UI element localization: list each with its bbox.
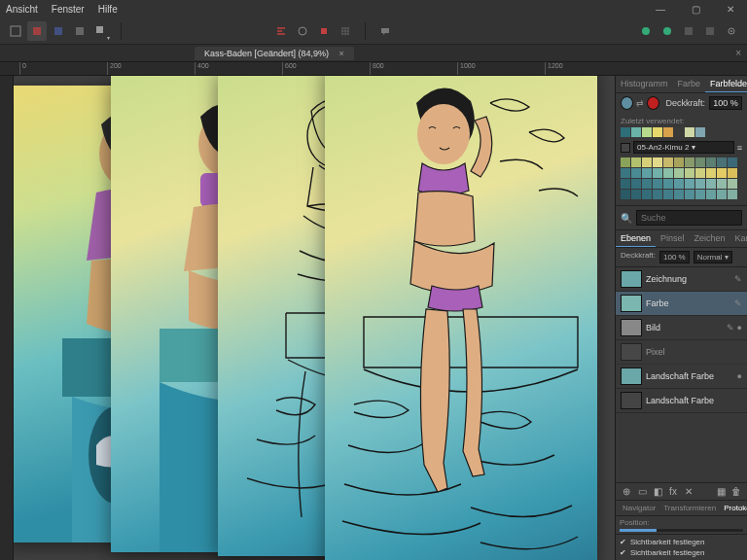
swatch[interactable]	[621, 158, 630, 167]
layer-toolbar-icon[interactable]: ▭	[635, 486, 649, 497]
opacity-input[interactable]	[709, 96, 742, 110]
recent-swatch[interactable]	[653, 127, 662, 137]
swatch[interactable]	[653, 168, 662, 178]
swatch[interactable]	[663, 179, 673, 189]
swatch[interactable]	[653, 179, 662, 189]
tab-pinsel[interactable]: Pinsel	[656, 230, 690, 247]
align-center-icon[interactable]	[293, 21, 312, 41]
layer-toolbar-icon[interactable]: fx	[666, 486, 680, 497]
layer-item[interactable]: Landschaft Farbe●	[616, 365, 747, 389]
swatch[interactable]	[706, 168, 716, 178]
recent-swatch[interactable]	[663, 127, 673, 137]
swatch[interactable]	[717, 158, 727, 167]
layer-toolbar-icon[interactable]: ✕	[682, 486, 695, 497]
layer-item[interactable]: Pixel	[616, 340, 747, 365]
tab-farbe[interactable]: Farbe	[673, 76, 706, 92]
swatch[interactable]	[631, 190, 641, 199]
layer-action-icon[interactable]: ✎	[734, 274, 742, 284]
recent-swatch[interactable]	[674, 127, 684, 137]
recent-swatch[interactable]	[685, 127, 694, 137]
gear-icon[interactable]	[722, 21, 741, 41]
palette-icon[interactable]	[6, 21, 25, 41]
swatch[interactable]	[728, 158, 737, 167]
chat-icon[interactable]	[375, 21, 395, 41]
tab-farbfelder[interactable]: Farbfelder	[705, 76, 747, 92]
swatch[interactable]	[674, 179, 684, 189]
r4-icon[interactable]	[700, 21, 720, 41]
window-max-button[interactable]: ▢	[685, 4, 706, 15]
swatch[interactable]	[685, 190, 694, 199]
swatch[interactable]	[663, 190, 673, 199]
palette-select[interactable]: 05-An2-Kimu 2 ▾	[633, 141, 734, 154]
layer-item[interactable]: Farbe✎	[616, 292, 747, 316]
layer-toolbar-icon[interactable]: 🗑	[729, 486, 743, 497]
swatch[interactable]	[642, 179, 652, 189]
box-icon[interactable]	[70, 21, 89, 41]
ruler-vertical[interactable]	[0, 76, 14, 560]
menu-hilfe[interactable]: Hilfe	[98, 4, 118, 15]
layer-item[interactable]: Zeichnung✎	[616, 267, 747, 292]
r2-icon[interactable]	[658, 21, 677, 41]
swatch[interactable]	[621, 190, 630, 199]
recent-swatch[interactable]	[631, 127, 641, 137]
layer-toolbar-icon[interactable]: ▦	[714, 486, 728, 497]
swatch[interactable]	[685, 158, 694, 167]
recent-swatch[interactable]	[695, 127, 705, 137]
tab-zeichen[interactable]: Zeichen	[690, 230, 730, 247]
swatch[interactable]	[674, 158, 684, 167]
layer-toolbar-icon[interactable]: ⊕	[620, 486, 633, 497]
tab-histogramm[interactable]: Histogramm	[616, 76, 673, 92]
swatch[interactable]	[728, 190, 737, 199]
window-close-button[interactable]: ✕	[720, 4, 741, 15]
layer-action-icon[interactable]: ●	[737, 371, 742, 381]
tab-close-all-icon[interactable]: ×	[729, 48, 747, 58]
swatch[interactable]	[653, 190, 662, 199]
tab-ebenen[interactable]: Ebenen	[616, 230, 656, 247]
swatch[interactable]	[728, 168, 737, 178]
swatch[interactable]	[728, 179, 737, 189]
history-item[interactable]: ✔Sichtbarkeit festlegen	[620, 537, 743, 547]
layer-toolbar-icon[interactable]: ◧	[651, 486, 664, 497]
ruler-horizontal[interactable]: 020040060080010001200	[0, 62, 747, 76]
layer-action-icon[interactable]: ●	[737, 323, 742, 332]
swatch[interactable]	[695, 168, 705, 178]
swatch[interactable]	[642, 158, 652, 167]
menu-ansicht[interactable]: Ansicht	[6, 4, 38, 15]
warn-color-icon[interactable]	[647, 96, 659, 110]
swatch[interactable]	[717, 179, 727, 189]
layer-opacity-value[interactable]: 100 %	[659, 251, 690, 263]
swatch[interactable]	[621, 168, 630, 178]
align-left-icon[interactable]	[271, 21, 291, 41]
menu-fenster[interactable]: Fenster	[52, 4, 85, 15]
align-right-icon[interactable]	[314, 21, 334, 41]
dropdown-icon[interactable]: ▾	[91, 21, 111, 41]
r3-icon[interactable]	[679, 21, 698, 41]
layer-item[interactable]: Landschaft Farbe	[616, 389, 747, 413]
layer-action-icon[interactable]: ✎	[734, 298, 742, 308]
layer-action-icon[interactable]: ✎	[727, 323, 734, 332]
tab-navigator[interactable]: Navigator	[620, 503, 658, 513]
swatch[interactable]	[706, 179, 716, 189]
palette-menu-icon[interactable]: ≡	[737, 143, 742, 153]
close-tab-icon[interactable]: ×	[339, 49, 344, 58]
tab-protokoll[interactable]: Protokoll	[721, 503, 747, 513]
swatch[interactable]	[674, 168, 684, 178]
r1-icon[interactable]	[636, 21, 656, 41]
swatch[interactable]	[695, 158, 705, 167]
swatch[interactable]	[685, 168, 694, 178]
swatch[interactable]	[621, 179, 630, 189]
layer-item[interactable]: Bild✎●	[616, 316, 747, 340]
canvas-area[interactable]	[14, 76, 615, 560]
tab-kanaele[interactable]: Kanäle	[730, 230, 747, 247]
swatch[interactable]	[674, 190, 684, 199]
swatch[interactable]	[717, 190, 727, 199]
grid-icon[interactable]	[336, 21, 355, 41]
swatch[interactable]	[653, 158, 662, 167]
swatch[interactable]	[631, 179, 641, 189]
tab-transformieren[interactable]: Transformieren	[660, 503, 719, 513]
select-b-icon[interactable]	[49, 21, 68, 41]
swatch[interactable]	[717, 168, 727, 178]
blend-mode-select[interactable]: Normal ▾	[694, 251, 732, 263]
swatch[interactable]	[695, 190, 705, 199]
recent-swatch[interactable]	[642, 127, 652, 137]
